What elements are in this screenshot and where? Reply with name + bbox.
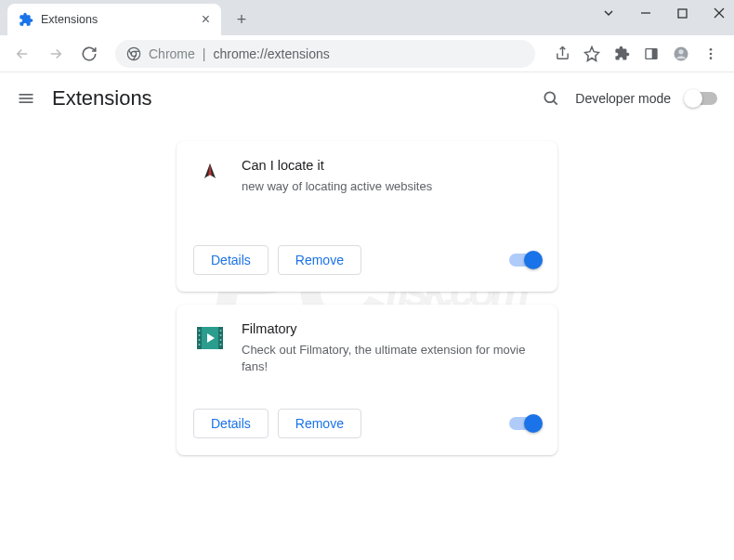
svg-rect-18: [20, 101, 33, 103]
svg-point-32: [220, 344, 222, 345]
profile-icon[interactable]: [673, 46, 689, 62]
svg-point-28: [199, 344, 201, 345]
page-header: Extensions Developer mode: [0, 72, 734, 124]
extension-icon: [193, 321, 227, 355]
forward-button[interactable]: [43, 41, 69, 67]
svg-point-15: [710, 57, 713, 59]
extension-description: new way of locating active websites: [242, 178, 432, 195]
search-icon[interactable]: [542, 89, 560, 108]
address-bar[interactable]: Chrome | chrome://extensions: [115, 40, 535, 68]
window-close-icon[interactable]: [714, 7, 725, 19]
svg-rect-1: [678, 9, 687, 18]
extension-name: Can I locate it: [242, 158, 432, 173]
enable-toggle[interactable]: [509, 417, 541, 430]
svg-point-26: [199, 334, 201, 336]
svg-point-13: [710, 48, 713, 51]
details-button[interactable]: Details: [193, 409, 269, 438]
tab-title: Extensions: [41, 13, 194, 26]
svg-point-30: [220, 334, 222, 336]
details-button[interactable]: Details: [193, 245, 269, 275]
hamburger-icon[interactable]: [17, 89, 35, 108]
extension-name: Filmatory: [242, 321, 541, 336]
omnibox-url: chrome://extensions: [213, 46, 329, 61]
back-button[interactable]: [9, 41, 35, 67]
svg-rect-17: [20, 98, 33, 99]
extension-card: Can I locate it new way of locating acti…: [177, 141, 557, 292]
svg-point-14: [710, 52, 713, 55]
svg-point-31: [220, 339, 222, 341]
remove-button[interactable]: Remove: [278, 409, 361, 438]
tab-strip: Extensions × +: [0, 0, 734, 35]
svg-line-20: [554, 101, 557, 105]
developer-mode-label: Developer mode: [575, 91, 671, 106]
browser-toolbar: Chrome | chrome://extensions: [0, 35, 734, 72]
svg-point-19: [545, 92, 556, 102]
minimize-icon[interactable]: [640, 7, 651, 19]
remove-button[interactable]: Remove: [278, 245, 361, 275]
puzzle-icon: [19, 12, 33, 27]
window-dropdown-icon[interactable]: [603, 7, 614, 19]
page-title: Extensions: [52, 86, 525, 111]
browser-tab[interactable]: Extensions ×: [7, 4, 221, 35]
share-icon[interactable]: [554, 46, 570, 62]
extensions-list: Can I locate it new way of locating acti…: [0, 124, 734, 455]
extension-icon: [193, 158, 227, 191]
svg-rect-16: [20, 94, 33, 96]
developer-mode-toggle[interactable]: [686, 92, 717, 105]
reload-button[interactable]: [76, 41, 102, 67]
kebab-menu-icon[interactable]: [702, 46, 719, 62]
enable-toggle[interactable]: [509, 254, 541, 267]
bookmark-icon[interactable]: [583, 46, 600, 62]
omnibox-prefix: Chrome: [149, 46, 195, 61]
sidepanel-icon[interactable]: [643, 46, 660, 62]
extensions-icon[interactable]: [613, 46, 630, 62]
omnibox-separator: |: [203, 46, 206, 61]
svg-rect-10: [652, 48, 657, 59]
svg-point-12: [678, 49, 683, 54]
extension-card: Filmatory Check out Filmatory, the ultim…: [177, 305, 557, 455]
window-controls: [603, 7, 725, 19]
new-tab-button[interactable]: +: [229, 7, 255, 33]
chrome-icon: [126, 46, 141, 61]
maximize-icon[interactable]: [677, 8, 688, 19]
close-icon[interactable]: ×: [202, 11, 210, 28]
svg-point-27: [199, 339, 201, 341]
svg-point-29: [220, 330, 222, 332]
extension-description: Check out Filmatory, the ultimate extens…: [242, 342, 541, 375]
svg-point-25: [199, 330, 201, 332]
